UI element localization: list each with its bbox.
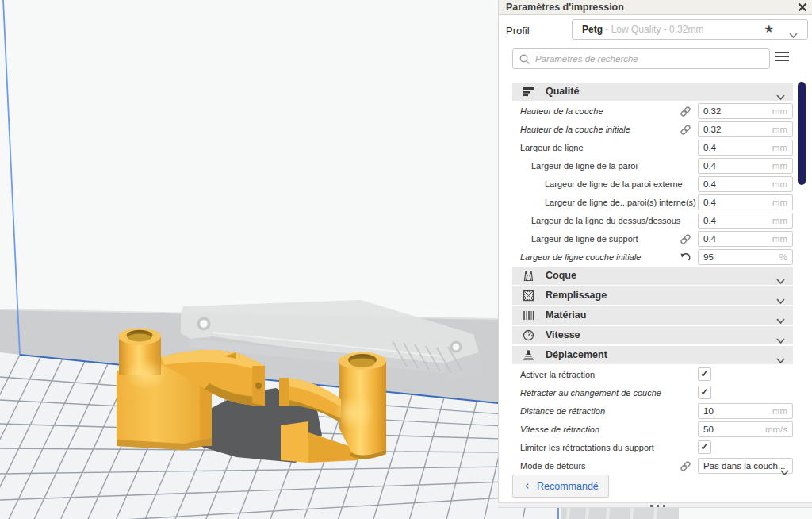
setting-value-field[interactable]: 0.32mm <box>698 121 793 137</box>
chevron-down-icon[interactable] <box>776 333 785 347</box>
setting-label: Largeur de ligne de la paroi <box>531 161 638 171</box>
setting-value: 0.32 <box>703 125 721 134</box>
link-icon <box>680 460 692 473</box>
link-icon <box>680 233 692 246</box>
chevron-down-icon[interactable] <box>776 273 785 287</box>
setting-row-travel-2: Distance de rétraction10mm <box>499 402 812 421</box>
material-icon <box>523 309 534 321</box>
section-title: Déplacement <box>546 349 607 360</box>
setting-label: Largeur de ligne de...paroi(s) interne(s… <box>545 198 696 207</box>
setting-unit: mm <box>772 161 787 171</box>
setting-value-field[interactable]: 0.4mm <box>698 231 793 247</box>
menu-icon[interactable] <box>775 52 789 63</box>
setting-value-field[interactable]: 0.4mm <box>698 213 793 229</box>
setting-label: Largeur de la ligne du dessus/dessous <box>531 216 680 225</box>
setting-value-field[interactable]: 50mm/s <box>698 421 793 437</box>
panel-resize-handle[interactable] <box>498 502 812 508</box>
setting-row-quality-1: Hauteur de la couche initiale0.32mm <box>499 121 812 139</box>
setting-dropdown[interactable]: Pas dans la couch... <box>698 458 793 474</box>
chevron-down-icon[interactable] <box>776 352 785 367</box>
setting-unit: mm <box>772 143 787 152</box>
setting-row-travel-4: Limiter les rétractations du support✓ <box>499 439 812 457</box>
section-coque[interactable]: Coque <box>512 267 793 285</box>
setting-value: 0.4 <box>703 216 716 225</box>
search-icon <box>519 54 530 65</box>
setting-value-field[interactable]: 10mm <box>698 403 793 419</box>
setting-checkbox[interactable]: ✓ <box>698 367 711 381</box>
setting-unit: mm <box>772 125 787 134</box>
section-matriau[interactable]: Matériau <box>512 306 793 325</box>
setting-value: 0.4 <box>703 161 716 171</box>
setting-row-travel-5: Mode de détoursPas dans la couch... <box>499 457 812 475</box>
setting-checkbox[interactable]: ✓ <box>698 386 711 399</box>
profile-select[interactable]: Petg - Low Quality - 0.32mm ★ <box>572 19 808 40</box>
section-title: Remplissage <box>546 290 607 301</box>
profile-label: Profil <box>506 25 530 37</box>
print-settings-panel: Paramètres d'impression Profil Petg - Lo… <box>498 0 812 502</box>
setting-unit: mm <box>772 406 787 416</box>
profile-row: Profil Petg - Low Quality - 0.32mm ★ <box>499 15 812 47</box>
setting-label: Limiter les rétractations du support <box>520 443 654 452</box>
section-title: Matériau <box>546 309 586 321</box>
link-icon <box>680 124 692 136</box>
setting-label: Hauteur de la couche <box>520 106 603 116</box>
profile-name: Petg <box>582 24 603 35</box>
chevron-down-icon[interactable] <box>776 89 785 103</box>
link-icon <box>680 106 692 118</box>
setting-unit: % <box>779 252 787 262</box>
section-remplissage[interactable]: Remplissage <box>512 286 793 305</box>
search-input[interactable]: Paramètres de recherche <box>512 48 770 69</box>
setting-row-quality-8: Largeur de ligne couche initiale95% <box>499 248 812 267</box>
setting-row-travel-0: Activer la rétraction✓ <box>499 366 812 384</box>
section-vitesse[interactable]: Vitesse <box>512 326 793 344</box>
setting-value: 50 <box>703 425 714 434</box>
setting-row-quality-5: Largeur de ligne de...paroi(s) interne(s… <box>499 194 812 212</box>
setting-label: Vitesse de rétraction <box>520 425 599 434</box>
recommended-label: Recommandé <box>537 481 599 492</box>
chevron-down-icon[interactable] <box>776 313 785 327</box>
setting-label: Largeur de ligne de la paroi externe <box>545 179 683 189</box>
setting-unit: mm <box>772 106 787 116</box>
build-volume-edge-left <box>3 0 20 355</box>
setting-value-field[interactable]: 95% <box>698 249 793 265</box>
setting-value-field[interactable]: 0.4mm <box>698 194 793 210</box>
setting-value: 0.4 <box>703 234 716 244</box>
setting-value-field[interactable]: 0.4mm <box>698 158 793 174</box>
layers-icon <box>523 86 534 98</box>
setting-value-field[interactable]: 0.4mm <box>698 140 793 156</box>
setting-label: Rétracter au changement de couche <box>520 388 661 398</box>
setting-unit: mm <box>772 179 787 189</box>
section-qualit[interactable]: Qualité <box>512 83 793 101</box>
setting-value: 0.4 <box>703 198 716 207</box>
setting-checkbox[interactable]: ✓ <box>698 440 711 454</box>
undo-icon[interactable] <box>680 252 692 264</box>
profile-suffix: - Low Quality - 0.32mm <box>603 24 703 35</box>
setting-value: 0.4 <box>703 179 716 189</box>
search-row: Paramètres de recherche <box>499 47 812 79</box>
cura-window: Paramètres d'impression Profil Petg - Lo… <box>0 0 812 519</box>
section-dplacement[interactable]: Déplacement <box>512 346 793 364</box>
setting-unit: mm <box>772 216 787 225</box>
panel-header: Paramètres d'impression <box>499 0 812 15</box>
setting-label: Hauteur de la couche initiale <box>520 125 630 134</box>
setting-row-quality-6: Largeur de la ligne du dessus/dessous0.4… <box>499 212 812 230</box>
section-title: Coque <box>546 270 576 281</box>
setting-row-quality-3: Largeur de ligne de la paroi0.4mm <box>499 157 812 175</box>
search-placeholder: Paramètres de recherche <box>535 54 638 63</box>
close-icon[interactable] <box>798 2 807 12</box>
star-icon[interactable]: ★ <box>764 22 774 35</box>
setting-unit: mm <box>772 234 787 244</box>
panel-scrollbar[interactable] <box>798 82 806 185</box>
recommended-button[interactable]: Recommandé <box>512 475 609 498</box>
setting-value: 0.4 <box>703 143 716 152</box>
chevron-down-icon[interactable] <box>776 293 785 307</box>
setting-row-quality-4: Largeur de ligne de la paroi externe0.4m… <box>499 175 812 194</box>
setting-label: Distance de rétraction <box>520 406 605 416</box>
setting-value-field[interactable]: 0.4mm <box>698 176 793 192</box>
chevron-down-icon[interactable] <box>789 27 798 41</box>
travel-icon <box>523 349 534 361</box>
setting-value: 10 <box>703 406 714 416</box>
drag-dots-icon <box>650 505 665 507</box>
setting-value-field[interactable]: 0.32mm <box>698 103 793 119</box>
setting-row-quality-0: Hauteur de la couche0.32mm <box>499 102 812 121</box>
